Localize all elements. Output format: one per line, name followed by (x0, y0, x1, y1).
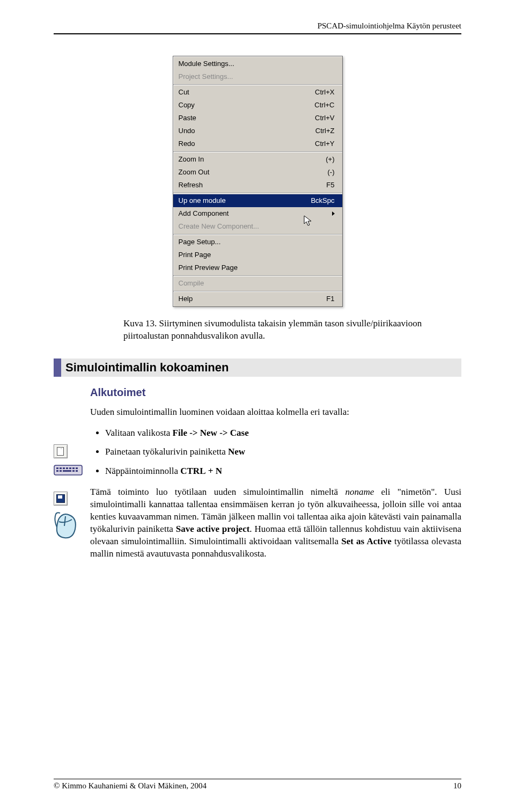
document-page: PSCAD-simulointiohjelma Käytön perusteet… (0, 0, 515, 812)
menu-label: Up one module (179, 195, 226, 206)
menu-shortcut: Ctrl+V (315, 113, 334, 123)
svg-rect-2 (60, 467, 62, 469)
footer-copyright: © Kimmo Kauhaniemi & Olavi Mäkinen, 2004 (54, 781, 207, 791)
page-footer: © Kimmo Kauhaniemi & Olavi Mäkinen, 2004… (54, 779, 461, 791)
para-bold: Save active project (176, 524, 250, 534)
list-bold: File -> New -> Case (173, 428, 249, 438)
menu-shortcut: Ctrl+Y (315, 138, 334, 149)
menu-shortcut: F1 (326, 294, 334, 304)
menu-label: Module Settings... (179, 58, 234, 69)
submenu-indicator (329, 208, 335, 219)
svg-rect-5 (69, 467, 71, 469)
menu-label: Add Component (179, 208, 229, 219)
menu-label: Page Setup... (179, 237, 221, 247)
svg-rect-12 (76, 470, 78, 472)
para-bold: Set as Active (341, 536, 391, 546)
svg-rect-11 (72, 470, 75, 472)
menu-item-redo[interactable]: Redo Ctrl+Y (173, 137, 342, 150)
menu-label: Print Page (179, 250, 211, 260)
svg-rect-3 (63, 467, 65, 469)
menu-item-paste[interactable]: Paste Ctrl+V (173, 112, 342, 125)
figure-context-menu: Module Settings... Project Settings... C… (54, 56, 461, 307)
menu-item-print-preview-page[interactable]: Print Preview Page (173, 261, 342, 274)
menu-item-page-setup[interactable]: Page Setup... (173, 236, 342, 248)
menu-label: Undo (179, 126, 195, 136)
svg-rect-4 (66, 467, 68, 469)
menu-item-refresh[interactable]: Refresh F5 (173, 179, 342, 192)
menu-item-zoom-out[interactable]: Zoom Out (-) (173, 166, 342, 179)
list-item: Painetaan työkalurivin painiketta New (105, 445, 461, 459)
bullet-list: Valitaan valikosta File -> New -> Case P… (90, 426, 461, 478)
menu-label: Copy (179, 100, 195, 111)
svg-rect-9 (60, 470, 62, 472)
menu-item-create-new-component: Create New Component... (173, 220, 342, 233)
menu-label: Zoom In (179, 154, 204, 165)
menu-shortcut: BckSpc (311, 195, 334, 206)
menu-label: Cut (179, 87, 189, 98)
menu-label: Create New Component... (179, 221, 259, 232)
save-icon (54, 492, 68, 506)
list-bold: + N (205, 466, 222, 476)
menu-label: Zoom Out (179, 167, 210, 178)
list-text: Näppäintoiminnolla (105, 466, 180, 476)
new-document-icon (54, 444, 68, 458)
mouse-icon (54, 511, 78, 540)
svg-rect-1 (56, 467, 58, 469)
subsection-title: Alkutoimet (90, 386, 461, 399)
menu-item-compile: Compile (173, 277, 342, 290)
menu-label: Paste (179, 113, 196, 123)
menu-shortcut: F5 (326, 180, 334, 191)
menu-item-project-settings: Project Settings... (173, 70, 342, 83)
list-item: Näppäintoiminnolla CTRL + N (105, 464, 461, 478)
menu-item-zoom-in[interactable]: Zoom In (+) (173, 153, 342, 166)
list-bold: New (228, 447, 245, 457)
menu-item-up-one-module[interactable]: Up one module BckSpc (173, 194, 342, 207)
list-smallcaps: CTRL (180, 466, 205, 476)
paragraph: Tämä toiminto luo työtilaan uuden simulo… (90, 486, 461, 560)
figure-caption: Kuva 13. Siirtyminen sivumodulista takai… (123, 318, 445, 342)
list-text: Valitaan valikosta (105, 428, 173, 438)
para-italic: noname (345, 487, 374, 497)
menu-label: Refresh (179, 180, 203, 191)
section-title: Simulointimallin kokoaminen (65, 361, 457, 375)
menu-shortcut: Ctrl+X (315, 87, 334, 98)
list-item: Valitaan valikosta File -> New -> Case (105, 426, 461, 440)
menu-item-help[interactable]: Help F1 (173, 292, 342, 305)
running-header: PSCAD-simulointiohjelma Käytön perusteet (318, 21, 461, 31)
svg-rect-10 (63, 470, 71, 472)
section-heading: Simulointimallin kokoaminen (54, 359, 461, 377)
chevron-right-icon (332, 211, 335, 216)
menu-label: Compile (179, 278, 204, 289)
menu-shortcut: Ctrl+C (314, 100, 334, 111)
footer-page-number: 10 (453, 781, 461, 791)
menu-item-print-page[interactable]: Print Page (173, 248, 342, 261)
section-body: Alkutoimet Uuden simulointimallin luomin… (90, 386, 461, 560)
menu-item-module-settings[interactable]: Module Settings... (173, 57, 342, 70)
keyboard-icon (54, 464, 83, 477)
para-text: Tämä toiminto luo työtilaan uuden simulo… (90, 487, 345, 497)
svg-rect-7 (76, 467, 78, 469)
context-menu: Module Settings... Project Settings... C… (173, 56, 343, 307)
menu-shortcut: Ctrl+Z (315, 126, 335, 136)
menu-label: Project Settings... (179, 71, 233, 82)
menu-item-cut[interactable]: Cut Ctrl+X (173, 86, 342, 99)
menu-shortcut: (+) (326, 154, 334, 165)
svg-rect-8 (56, 470, 58, 472)
menu-shortcut: (-) (328, 167, 335, 178)
menu-label: Print Preview Page (179, 262, 238, 273)
svg-rect-6 (72, 467, 75, 469)
menu-label: Redo (179, 138, 195, 149)
header-rule (54, 33, 461, 34)
menu-label: Help (179, 294, 193, 304)
intro-text: Uuden simulointimallin luominen voidaan … (90, 406, 461, 419)
menu-item-copy[interactable]: Copy Ctrl+C (173, 99, 342, 112)
list-text: Painetaan työkalurivin painiketta (105, 447, 228, 457)
margin-icons (54, 414, 84, 545)
menu-item-add-component[interactable]: Add Component (173, 207, 342, 220)
menu-item-undo[interactable]: Undo Ctrl+Z (173, 125, 342, 137)
